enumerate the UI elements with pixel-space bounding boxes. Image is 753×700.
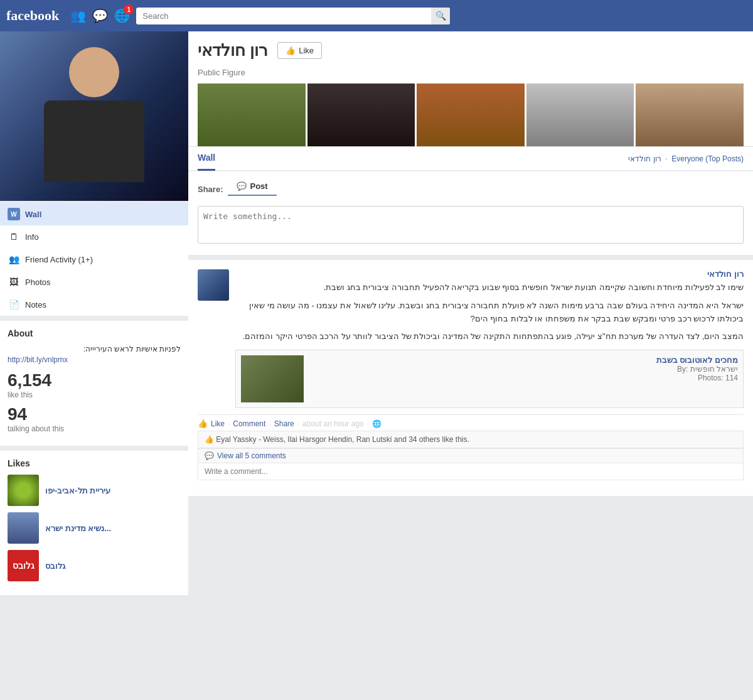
- search-input[interactable]: [136, 8, 450, 24]
- post-paragraph-1: שימו לב לפעילות מיוחדת וחשובה שקיימה תנו…: [235, 281, 744, 294]
- attachment-by: ישראל חופשית :By: [311, 365, 738, 374]
- post-tab-icon: 💬: [237, 181, 247, 191]
- about-link[interactable]: http://bit.ly/vnlpmx: [8, 355, 68, 364]
- write-something-input[interactable]: [198, 206, 744, 244]
- profile-name: רון חולדאי: [198, 41, 268, 60]
- sidebar-label-photos: Photos: [25, 277, 50, 287]
- wall-bar-right: רון חולדאי · Everyone (Top Posts): [628, 154, 744, 163]
- like-button-label: Like: [299, 46, 314, 55]
- facebook-logo: facebook: [6, 8, 59, 24]
- messages-nav-icon[interactable]: 💬: [92, 8, 108, 23]
- person-head: [69, 47, 119, 97]
- post-item: רון חולדאי שימו לב לפעילות מיוחדת וחשובה…: [198, 269, 744, 480]
- post-tab-label: Post: [250, 181, 267, 191]
- search-bar: 🔍: [136, 8, 450, 24]
- talking-label: talking about this: [8, 424, 181, 433]
- posts-area: רון חולדאי שימו לב לפעילות מיוחדת וחשובה…: [188, 260, 753, 496]
- post-avatar[interactable]: [198, 269, 229, 301]
- sidebar-label-wall: Wall: [25, 210, 41, 219]
- like-item-globes[interactable]: גלובס גלובס: [8, 550, 181, 581]
- likes-title: Likes: [8, 458, 181, 468]
- about-title: About: [8, 328, 181, 338]
- like-item-president[interactable]: ...נשיא מדינת ישרא: [8, 512, 181, 544]
- tel-aviv-name: עיריית תל-אביב-יפו: [45, 486, 110, 495]
- main-layout: W Wall 🗒 Info 👥 Friend Activity (1+) 🖼 P…: [0, 31, 753, 595]
- wall-icon: W: [8, 208, 20, 220]
- like-icon-small: 👍: [205, 435, 214, 444]
- search-button[interactable]: 🔍: [431, 8, 450, 24]
- profile-type: Public Figure: [198, 68, 744, 77]
- post-attachment[interactable]: מחכים לאוטובוס בשבת ישראל חופשית :By 114…: [235, 350, 744, 408]
- strip-photo-3[interactable]: [417, 83, 525, 146]
- post-author-name[interactable]: רון חולדאי: [235, 269, 744, 279]
- globe-icon: 🌐: [372, 419, 382, 428]
- globes-thumb: גלובס: [8, 550, 39, 581]
- share-label: Share:: [198, 185, 223, 194]
- notification-badge: 1: [124, 4, 134, 14]
- right-content: רון חולדאי 👍 Like Public Figure Wall רון…: [188, 31, 753, 595]
- likes-count: 6,154: [8, 370, 181, 390]
- post-header: רון חולדאי שימו לב לפעילות מיוחדת וחשובה…: [198, 269, 744, 408]
- about-section: About לפניות אישיות לראש העיריייה: http:…: [0, 321, 188, 446]
- attachment-title: מחכים לאוטובוס בשבת: [311, 355, 738, 365]
- post-content: רון חולדאי שימו לב לפעילות מיוחדת וחשובה…: [235, 269, 744, 408]
- president-name: ...נשיא מדינת ישרא: [45, 524, 111, 533]
- photos-icon: 🖼: [8, 276, 20, 288]
- sidebar-label-notes: Notes: [25, 300, 46, 310]
- attachment-photos: 114 :Photos: [311, 374, 738, 382]
- likes-label: like this: [8, 390, 181, 399]
- strip-photo-5[interactable]: [636, 83, 744, 146]
- person-body: [44, 100, 144, 182]
- page-name-link[interactable]: רון חולדאי: [628, 154, 661, 163]
- notifications-nav-icon[interactable]: 🌐 1: [114, 8, 130, 23]
- comment-action-link[interactable]: Comment: [233, 419, 265, 428]
- like-thumb-icon: 👍: [286, 46, 296, 55]
- attachment-thumbnail: [241, 355, 304, 402]
- post-tab[interactable]: 💬 Post: [228, 178, 276, 196]
- sidebar-item-photos[interactable]: 🖼 Photos: [0, 271, 188, 293]
- sidebar-item-notes[interactable]: 📄 Notes: [0, 293, 188, 316]
- like-action-link[interactable]: Like: [211, 419, 225, 428]
- share-area: Share: 💬 Post: [188, 171, 753, 255]
- like-item-tel-aviv[interactable]: עיריית תל-אביב-יפו: [8, 475, 181, 506]
- strip-photo-2[interactable]: [307, 83, 415, 146]
- cover-area: רון חולדאי 👍 Like Public Figure: [188, 31, 753, 146]
- talking-count: 94: [8, 404, 181, 424]
- sidebar-item-friend-activity[interactable]: 👥 Friend Activity (1+): [0, 248, 188, 271]
- friends-nav-icon[interactable]: 👥: [70, 8, 86, 23]
- sidebar-label-friend-activity: Friend Activity (1+): [25, 255, 93, 264]
- tel-aviv-thumb: [8, 475, 39, 506]
- sidebar-item-info[interactable]: 🗒 Info: [0, 225, 188, 248]
- comment-bubble-icon: 💬: [205, 451, 214, 460]
- view-comments-button[interactable]: 💬 View all 5 comments: [198, 448, 744, 463]
- left-sidebar: W Wall 🗒 Info 👥 Friend Activity (1+) 🖼 P…: [0, 31, 188, 595]
- sidebar-label-info: Info: [25, 232, 39, 242]
- info-icon: 🗒: [8, 230, 20, 243]
- strip-photo-4[interactable]: [526, 83, 634, 146]
- share-action-link[interactable]: Share: [274, 419, 294, 428]
- post-actions: 👍 Like · Comment · Share · about an hour…: [198, 414, 744, 428]
- profile-silhouette: [25, 35, 163, 198]
- likers-text: Eyal Yassky - Weiss, Ilai Harsgor Hendin…: [216, 435, 469, 444]
- wall-tab-label[interactable]: Wall: [198, 147, 215, 171]
- globes-name: גלובס: [45, 561, 65, 571]
- profile-header: רון חולדאי 👍 Like: [198, 41, 744, 60]
- profile-photo-area: [0, 31, 188, 201]
- notes-icon: 📄: [8, 298, 20, 311]
- attachment-info: מחכים לאוטובוס בשבת ישראל חופשית :By 114…: [311, 355, 738, 402]
- wall-bar: Wall רון חולדאי · Everyone (Top Posts): [188, 146, 753, 170]
- president-thumb: [8, 512, 39, 544]
- friend-activity-icon: 👥: [8, 253, 20, 266]
- filter-link[interactable]: Everyone (Top Posts): [671, 154, 744, 163]
- comment-input[interactable]: [198, 463, 743, 480]
- like-profile-button[interactable]: 👍 Like: [277, 42, 322, 59]
- share-tabs: 💬 Post: [228, 178, 276, 196]
- comment-box-wrap: [198, 463, 744, 480]
- strip-photo-1[interactable]: [198, 83, 306, 146]
- photo-strip: [198, 83, 744, 146]
- like-action-icon: 👍: [198, 419, 208, 428]
- post-paragraph-2: ישראל היא המדינה היחידה בעולם שבה ברבע מ…: [235, 299, 744, 326]
- post-likers: 👍 Eyal Yassky - Weiss, Ilai Harsgor Hend…: [198, 431, 744, 448]
- sidebar-item-wall[interactable]: W Wall: [0, 203, 188, 225]
- likes-section: Likes עיריית תל-אביב-יפו ...נשיא מדינת י…: [0, 451, 188, 595]
